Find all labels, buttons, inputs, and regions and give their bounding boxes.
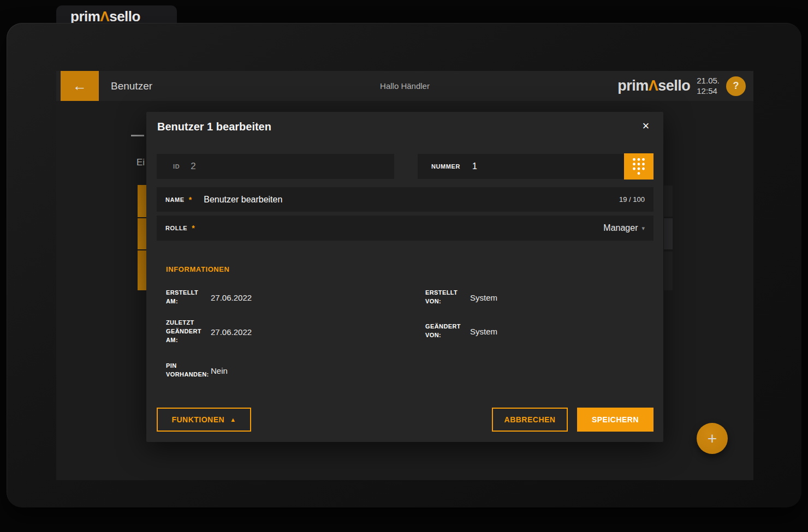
edit-user-dialog: Benutzer 1 bearbeiten × ID 2 NUMMER 1 [146,112,663,442]
screen: primΛsello ← Benutzer Hallo Händler prim… [0,0,808,532]
id-label: ID [173,163,180,170]
rolle-label: ROLLE [165,225,187,231]
background-row-fragment [138,185,146,217]
chevron-down-icon: ▾ [641,225,645,232]
primasello-logo-header: primΛsello [617,77,690,94]
background-tab-underline [131,135,144,136]
required-asterisk: * [192,224,194,232]
char-counter: 19 / 100 [619,195,645,204]
background-row-fragment [664,186,673,217]
info-value: System [470,327,497,336]
id-value: 2 [191,161,195,172]
background-row-fragment [138,250,146,290]
name-label: NAME [165,196,185,203]
info-value: 27.06.2022 [211,327,252,337]
nummer-value: 1 [472,162,477,171]
speichern-button[interactable]: SPEICHERN [577,408,653,432]
name-value: Benutzer bearbeiten [204,195,282,205]
time-text: 12:54 [697,86,720,97]
rolle-field[interactable]: ROLLE * Manager ▾ [157,216,653,241]
dialog-title: Benutzer 1 bearbeiten [157,121,271,133]
info-row: PIN VORHANDEN: Nein [166,358,401,382]
close-button[interactable]: × [637,117,655,135]
background-text-fragment: Ei [136,157,147,169]
funktionen-label: FUNKTIONEN [171,415,224,424]
primasello-logo: primΛsello [70,8,140,25]
info-label: ZULETZT GEÄNDERT AM: [166,319,209,345]
info-label: ERSTELLT VON: [425,289,468,306]
info-label: GEÄNDERT VON: [425,322,468,340]
speichern-label: SPEICHERN [592,415,639,424]
add-button[interactable]: + [697,423,728,454]
datetime: 21.05. 12:54 [697,76,720,97]
help-button[interactable]: ? [726,76,746,96]
logo-part1: prim [617,77,649,94]
close-icon: × [643,119,650,133]
logo-lambda-icon: Λ [100,8,109,25]
keypad-button[interactable] [624,153,653,180]
logo-lambda-icon: Λ [649,77,658,94]
info-label: PIN VORHANDEN: [166,362,209,379]
logo-part1: prim [70,8,100,25]
background-row-fragment [664,218,673,249]
back-button[interactable]: ← [61,71,99,101]
info-row: ERSTELLT VON: System [425,285,644,309]
plus-icon: + [708,429,717,447]
header-right: primΛsello 21.05. 12:54 ? [617,71,746,101]
logo-part2: sello [658,77,690,94]
logo-part2: sello [109,8,140,25]
name-field[interactable]: NAME * Benutzer bearbeiten 19 / 100 [157,187,653,212]
page-title: Benutzer [111,71,152,101]
info-row: GEÄNDERT VON: System [425,318,644,344]
required-asterisk: * [189,195,192,204]
nummer-field[interactable]: NUMMER 1 [418,154,624,179]
background-row-fragment [664,252,673,290]
app-window: ← Benutzer Hallo Händler primΛsello 21.0… [7,23,801,507]
rolle-dropdown[interactable]: Manager ▾ [603,223,645,233]
rolle-selected-value: Manager [603,223,638,233]
abbrechen-button[interactable]: ABBRECHEN [492,408,568,432]
info-value: 27.06.2022 [211,293,252,302]
info-row: ZULETZT GEÄNDERT AM: 27.06.2022 [166,316,401,348]
info-section-heading: INFORMATIONEN [166,265,230,273]
app-header: ← Benutzer Hallo Händler primΛsello 21.0… [56,71,753,101]
abbrechen-label: ABBRECHEN [504,415,556,424]
dialpad-icon [632,158,645,176]
question-icon: ? [733,80,739,91]
triangle-up-icon: ▲ [230,416,236,423]
nummer-label: NUMMER [431,163,460,170]
funktionen-button[interactable]: FUNKTIONEN ▲ [157,408,251,432]
info-row: ERSTELLT AM: 27.06.2022 [166,285,401,309]
info-value: Nein [211,366,228,375]
id-field: ID 2 [157,154,394,179]
date-text: 21.05. [697,76,720,86]
info-value: System [470,293,497,302]
back-arrow-icon: ← [73,77,87,94]
background-row-fragment [138,218,146,249]
info-label: ERSTELLT AM: [166,289,209,306]
